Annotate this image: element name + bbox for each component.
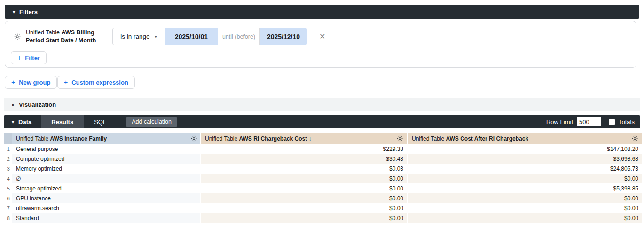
filter-until-date-input[interactable]: until (before): [218, 28, 260, 45]
column-header-label: Unified Table AWS RI Chargeback Cost ↓: [205, 135, 312, 142]
filter-field-label: Unified Table AWS Billing Period Start D…: [26, 29, 109, 45]
row-number-header: [4, 133, 12, 144]
cell-cost-after-ri-chargeback[interactable]: $24,805.73: [408, 164, 642, 174]
sort-descending-icon: ↓: [307, 135, 311, 142]
custom-expression-label: Custom expression: [71, 79, 128, 86]
tab-sql[interactable]: SQL: [84, 115, 117, 128]
add-calculation-button[interactable]: Add calculation: [126, 117, 177, 127]
visualization-section-header[interactable]: ▸ Visualization: [4, 98, 640, 111]
cell-instance-family[interactable]: ∅: [12, 174, 200, 183]
row-number: 7: [4, 203, 12, 213]
data-section-header: ▾ Data Results SQL Add calculation Row L…: [4, 115, 640, 128]
cell-cost-after-ri-chargeback[interactable]: $3,698.68: [408, 154, 642, 164]
cell-ri-chargeback-cost[interactable]: $0.00: [201, 203, 407, 213]
remove-filter-icon[interactable]: ✕: [319, 33, 325, 40]
row-number: 3: [4, 164, 12, 174]
row-number: 1: [4, 144, 12, 154]
column-header-label: Unified Table AWS Cost After RI Chargeba…: [412, 135, 528, 142]
column-header-instance-family[interactable]: Unified Table AWS Instance Family: [12, 133, 200, 144]
cell-instance-family[interactable]: Storage optimized: [12, 183, 200, 193]
plus-icon: +: [64, 79, 68, 86]
new-group-button[interactable]: + New group: [5, 76, 57, 89]
cell-cost-after-ri-chargeback[interactable]: $147,108.20: [408, 144, 642, 154]
row-number: 4: [4, 174, 12, 183]
chevron-right-icon: ▸: [12, 102, 15, 107]
filter-end-date-input[interactable]: 2025/12/10: [260, 28, 307, 45]
table-row: 2Compute optimized$30.43$3,698.68: [4, 154, 642, 164]
filter-start-date-input[interactable]: 2025/10/01: [165, 28, 218, 45]
data-bar-right: Row Limit Totals: [546, 117, 640, 126]
table-row: 5Storage optimized$0.00$5,398.85: [4, 183, 642, 193]
table-row: 6GPU instance$0.00$0.00: [4, 193, 642, 203]
cell-ri-chargeback-cost[interactable]: $0.00: [201, 174, 407, 183]
column-header-ri-chargeback-cost[interactable]: Unified Table AWS RI Chargeback Cost ↓: [201, 133, 407, 144]
filters-section-title: Filters: [19, 8, 38, 16]
row-limit-label: Row Limit: [546, 118, 573, 126]
cell-cost-after-ri-chargeback[interactable]: $0.00: [408, 193, 642, 203]
table-header-row: Unified Table AWS Instance Family Unifie…: [4, 133, 642, 144]
tab-results[interactable]: Results: [41, 115, 84, 128]
column-header-label: Unified Table AWS Instance Family: [16, 135, 107, 142]
row-limit-input[interactable]: [577, 117, 601, 126]
cell-ri-chargeback-cost[interactable]: $30.43: [201, 154, 407, 164]
custom-expression-button[interactable]: + Custom expression: [57, 76, 135, 89]
gear-icon[interactable]: [631, 135, 638, 142]
column-header-cost-after-ri-chargeback[interactable]: Unified Table AWS Cost After RI Chargeba…: [408, 133, 642, 144]
add-filter-label: Filter: [25, 55, 40, 62]
filters-section-header[interactable]: ▾ Filters: [5, 5, 639, 19]
cell-instance-family[interactable]: ultrawarm.search: [12, 203, 200, 213]
table-row: 1General purpose$229.38$147,108.20: [4, 144, 642, 154]
chevron-down-icon: ▾: [13, 9, 15, 15]
results-table: Unified Table AWS Instance Family Unifie…: [4, 133, 642, 223]
table-body: 1General purpose$229.38$147,108.202Compu…: [4, 144, 642, 223]
cell-instance-family[interactable]: Compute optimized: [12, 154, 200, 164]
cell-ri-chargeback-cost[interactable]: $0.00: [201, 183, 407, 193]
cell-ri-chargeback-cost[interactable]: $0.00: [201, 193, 407, 203]
filter-panel: Unified Table AWS Billing Period Start D…: [5, 21, 636, 68]
cell-cost-after-ri-chargeback[interactable]: $0.00: [408, 174, 642, 183]
row-number: 2: [4, 154, 12, 164]
visualization-section-title: Visualization: [19, 101, 56, 108]
filter-operator-value: is in range: [120, 33, 149, 40]
filter-field-prefix: Unified Table: [26, 29, 62, 36]
table-row: 3Memory optimized$0.03$24,805.73: [4, 164, 642, 174]
gear-icon[interactable]: [396, 135, 403, 142]
plus-icon: +: [17, 54, 21, 62]
totals-checkbox[interactable]: [609, 119, 615, 125]
cell-instance-family[interactable]: Memory optimized: [12, 164, 200, 174]
table-row: 4∅$0.00$0.00: [4, 174, 642, 183]
cell-cost-after-ri-chargeback[interactable]: $5,398.85: [408, 183, 642, 193]
new-group-label: New group: [19, 79, 50, 86]
cell-cost-after-ri-chargeback[interactable]: $0.00: [408, 203, 642, 213]
plus-icon: +: [11, 79, 15, 86]
gear-icon[interactable]: [14, 33, 21, 40]
cell-instance-family[interactable]: General purpose: [12, 144, 200, 154]
cell-instance-family[interactable]: Standard: [12, 213, 200, 223]
totals-label: Totals: [619, 118, 635, 126]
chevron-down-icon: ▾: [155, 34, 157, 39]
data-section-title: Data: [18, 118, 31, 126]
filter-row: Unified Table AWS Billing Period Start D…: [14, 28, 325, 45]
chevron-down-icon: ▾: [12, 119, 14, 125]
cell-ri-chargeback-cost[interactable]: $0.03: [201, 164, 407, 174]
table-row: 7ultrawarm.search$0.00$0.00: [4, 203, 642, 213]
row-number: 8: [4, 213, 12, 223]
add-filter-button[interactable]: + Filter: [11, 51, 47, 64]
row-number: 6: [4, 193, 12, 203]
table-row: 8Standard$0.00$0.00: [4, 213, 642, 223]
gear-icon[interactable]: [190, 135, 197, 142]
filter-operator-select[interactable]: is in range ▾: [112, 28, 165, 45]
cell-ri-chargeback-cost[interactable]: $229.38: [201, 144, 407, 154]
cell-ri-chargeback-cost[interactable]: $0.00: [201, 213, 407, 223]
data-section-toggle[interactable]: ▾ Data: [4, 118, 41, 126]
cell-instance-family[interactable]: GPU instance: [12, 193, 200, 203]
cell-cost-after-ri-chargeback[interactable]: $0.00: [408, 213, 642, 223]
row-number: 5: [4, 183, 12, 193]
